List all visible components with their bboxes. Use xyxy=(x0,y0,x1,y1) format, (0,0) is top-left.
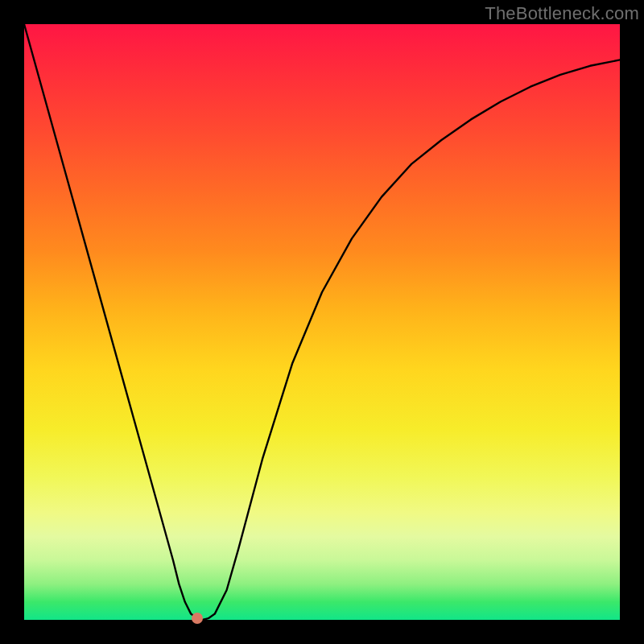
plot-area xyxy=(24,24,620,620)
curve-path xyxy=(24,24,620,620)
watermark-text: TheBottleneck.com xyxy=(485,3,639,24)
chart-frame: TheBottleneck.com xyxy=(0,0,644,644)
current-point-marker xyxy=(192,613,203,624)
bottleneck-curve xyxy=(24,24,620,620)
